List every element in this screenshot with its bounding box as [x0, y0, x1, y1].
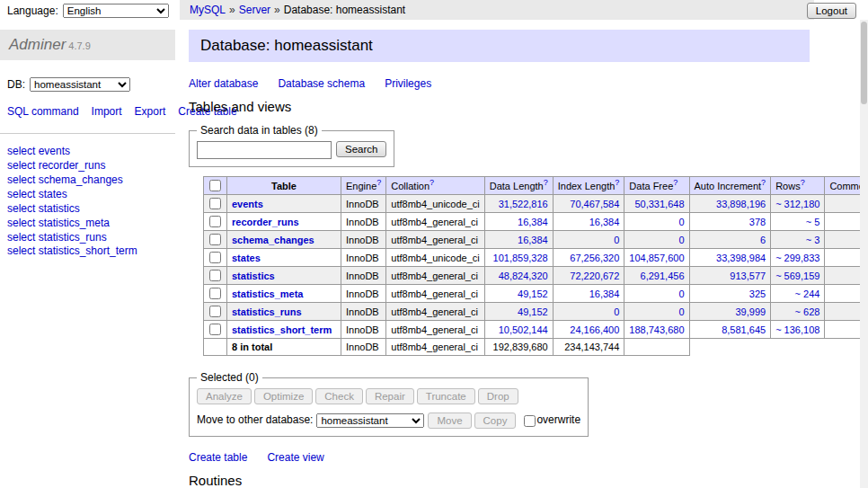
search-button[interactable]: Search	[336, 141, 386, 157]
data-length-link[interactable]: 49,152	[518, 306, 548, 317]
move-db-select[interactable]: homeassistant	[316, 413, 424, 428]
create-view-link[interactable]: Create view	[267, 451, 323, 464]
db-select[interactable]: homeassistant	[30, 77, 130, 92]
table-link-statistics-runs[interactable]: statistics_runs	[232, 306, 302, 317]
auto-increment-link[interactable]: 8,581,645	[722, 324, 766, 335]
scrollbar[interactable]	[860, 20, 868, 488]
breadcrumb-item-mysql[interactable]: MySQL	[190, 4, 226, 16]
index-length-link[interactable]: 70,467,584	[570, 199, 619, 209]
overwrite-checkbox[interactable]	[524, 415, 536, 427]
nav-link-alter-database[interactable]: Alter database	[189, 77, 258, 90]
table-link-states[interactable]: states	[232, 253, 261, 263]
rows-count-link[interactable]: ~ 299,833	[775, 253, 819, 263]
help-link-data-free[interactable]: ?	[673, 178, 678, 187]
data-free-link[interactable]: 0	[678, 288, 684, 299]
sidebar-link-sql-command[interactable]: SQL command	[7, 105, 79, 118]
row-checkbox-statistics-short-term[interactable]	[209, 324, 221, 335]
data-length-link[interactable]: 48,824,320	[499, 271, 548, 281]
optimize-button[interactable]: Optimize	[254, 388, 313, 404]
data-length-link[interactable]: 101,859,328	[493, 253, 548, 263]
auto-increment-link[interactable]: 39,999	[735, 306, 766, 317]
sidebar-select-statistics-meta[interactable]: select statistics_meta	[7, 217, 168, 231]
scrollbar-thumb[interactable]	[861, 22, 867, 104]
help-link-auto-increment[interactable]: ?	[761, 178, 766, 187]
data-length-link[interactable]: 31,522,816	[499, 199, 548, 209]
row-checkbox-states[interactable]	[209, 252, 221, 263]
auto-increment-link[interactable]: 33,398,984	[716, 253, 766, 263]
sidebar-select-statistics-short-term[interactable]: select statistics_short_term	[7, 244, 168, 259]
row-checkbox-events[interactable]	[209, 198, 221, 209]
help-link-data-length[interactable]: ?	[544, 178, 548, 187]
nav-link-privileges[interactable]: Privileges	[385, 77, 431, 90]
sidebar-select-statistics[interactable]: select statistics	[7, 202, 168, 217]
analyze-button[interactable]: Analyze	[197, 388, 252, 404]
truncate-button[interactable]: Truncate	[417, 388, 475, 404]
row-checkbox-schema-changes[interactable]	[209, 234, 221, 245]
index-length-link[interactable]: 0	[614, 306, 619, 317]
rows-count-link[interactable]: ~ 5	[806, 217, 820, 227]
data-free-link[interactable]: 6,291,456	[641, 271, 685, 281]
row-checkbox-recorder-runs[interactable]	[209, 216, 221, 227]
help-link-rows[interactable]: ?	[801, 178, 805, 187]
table-link-statistics-meta[interactable]: statistics_meta	[232, 288, 304, 299]
sidebar-select-states[interactable]: select states	[7, 188, 168, 202]
repair-button[interactable]: Repair	[366, 388, 414, 404]
index-length-link[interactable]: 16,384	[589, 288, 620, 299]
check-button[interactable]: Check	[315, 388, 363, 404]
data-length-link[interactable]: 16,384	[518, 217, 548, 227]
sidebar-link-import[interactable]: Import	[92, 105, 122, 118]
table-link-statistics-short-term[interactable]: statistics_short_term	[232, 324, 332, 335]
index-length-link[interactable]: 0	[614, 235, 619, 245]
table-link-schema-changes[interactable]: schema_changes	[232, 235, 314, 245]
sidebar-select-events[interactable]: select events	[7, 145, 168, 159]
sidebar-select-schema-changes[interactable]: select schema_changes	[7, 173, 168, 188]
copy-button[interactable]: Copy	[474, 413, 517, 429]
sidebar-select-recorder-runs[interactable]: select recorder_runs	[7, 159, 168, 173]
data-length-link[interactable]: 16,384	[518, 235, 548, 245]
data-free-link[interactable]: 0	[678, 306, 684, 317]
index-length-link[interactable]: 72,220,672	[570, 271, 619, 281]
auto-increment-link[interactable]: 33,898,196	[716, 199, 766, 209]
move-button[interactable]: Move	[428, 413, 471, 429]
help-link-engine[interactable]: ?	[376, 178, 381, 187]
data-free-link[interactable]: 104,857,600	[629, 253, 684, 263]
page-title: Database: homeassistant	[189, 30, 810, 62]
breadcrumb-item-server[interactable]: Server	[239, 4, 270, 16]
table-link-events[interactable]: events	[232, 199, 263, 209]
data-free-link[interactable]: 188,743,680	[629, 324, 684, 335]
help-link-collation[interactable]: ?	[430, 178, 434, 187]
data-free-link[interactable]: 0	[678, 235, 684, 245]
drop-button[interactable]: Drop	[478, 388, 518, 404]
data-free-link[interactable]: 0	[678, 217, 684, 227]
rows-count-link[interactable]: ~ 569,159	[775, 271, 819, 281]
data-length-link[interactable]: 49,152	[518, 288, 548, 299]
auto-increment-link[interactable]: 378	[749, 217, 766, 227]
index-length-link[interactable]: 16,384	[589, 217, 620, 227]
rows-count-link[interactable]: ~ 628	[795, 306, 820, 317]
table-link-recorder-runs[interactable]: recorder_runs	[232, 217, 299, 227]
row-checkbox-statistics-meta[interactable]	[209, 288, 221, 299]
sidebar-link-export[interactable]: Export	[135, 105, 166, 118]
index-length-link[interactable]: 24,166,400	[570, 324, 619, 335]
select-all-checkbox[interactable]	[209, 180, 221, 191]
data-length-link[interactable]: 10,502,144	[499, 324, 548, 335]
create-table-link[interactable]: Create table	[189, 451, 247, 464]
auto-increment-link[interactable]: 913,577	[730, 271, 766, 281]
rows-count-link[interactable]: ~ 3	[806, 235, 820, 245]
rows-count-link[interactable]: ~ 136,108	[775, 324, 819, 335]
auto-increment-link[interactable]: 6	[760, 235, 766, 245]
rows-count-link[interactable]: ~ 312,180	[775, 199, 819, 209]
rows-count-link[interactable]: ~ 244	[795, 288, 820, 299]
auto-increment-link[interactable]: 325	[749, 288, 766, 299]
row-checkbox-statistics-runs[interactable]	[209, 306, 221, 317]
nav-link-database-schema[interactable]: Database schema	[278, 77, 365, 90]
language-select[interactable]: English	[63, 4, 169, 18]
index-length-link[interactable]: 67,256,320	[570, 253, 619, 263]
help-link-index-length[interactable]: ?	[615, 178, 619, 187]
search-input[interactable]	[197, 141, 332, 159]
data-free-link[interactable]: 50,331,648	[634, 199, 684, 209]
logout-button[interactable]: Logout	[807, 3, 856, 19]
sidebar-select-statistics-runs[interactable]: select statistics_runs	[7, 231, 168, 245]
table-link-statistics[interactable]: statistics	[232, 271, 275, 281]
row-checkbox-statistics[interactable]	[209, 270, 221, 281]
